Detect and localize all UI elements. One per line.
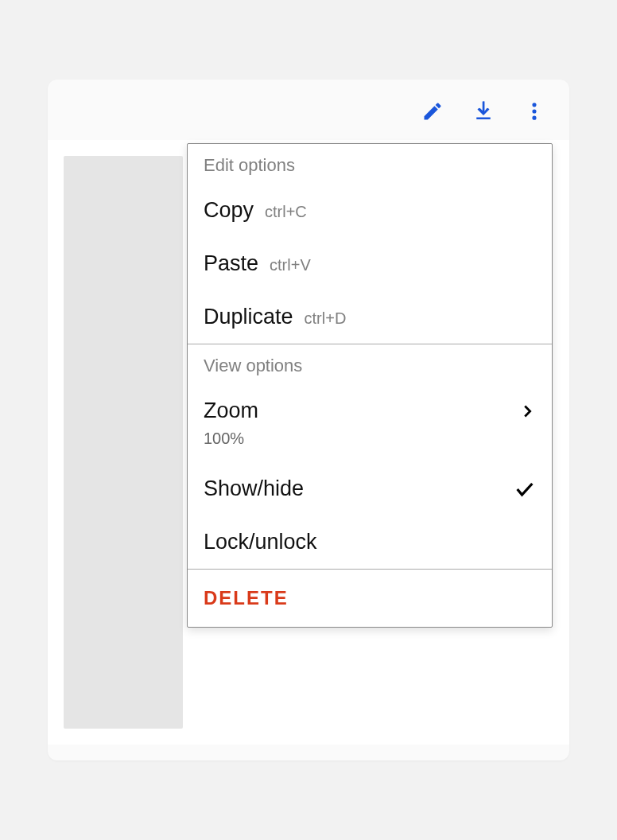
menu-item-duplicate[interactable]: Duplicate ctrl+D xyxy=(188,290,552,344)
menu-section-edit: Edit options Copy ctrl+C Paste ctrl+V Du… xyxy=(188,144,552,344)
svg-point-1 xyxy=(532,109,536,113)
menu-item-label: Duplicate xyxy=(204,305,293,329)
menu-item-label: Zoom xyxy=(204,399,258,423)
menu-item-label: Paste xyxy=(204,251,258,276)
menu-item-label: Copy xyxy=(204,198,254,223)
menu-section-view: View options Zoom 100% Show/hide Lock/un… xyxy=(188,344,552,570)
menu-item-show-hide[interactable]: Show/hide xyxy=(188,462,552,515)
menu-item-shortcut: ctrl+D xyxy=(305,309,347,328)
menu-section-header-view: View options xyxy=(188,344,552,384)
toolbar xyxy=(48,80,569,140)
dropdown-menu: Edit options Copy ctrl+C Paste ctrl+V Du… xyxy=(187,143,553,628)
menu-item-paste[interactable]: Paste ctrl+V xyxy=(188,237,552,290)
more-vert-icon[interactable] xyxy=(522,99,547,124)
check-icon xyxy=(514,478,536,500)
menu-item-label: Lock/unlock xyxy=(204,530,317,554)
menu-item-shortcut: ctrl+V xyxy=(270,256,311,274)
chevron-right-icon xyxy=(518,402,536,420)
menu-item-sublabel: 100% xyxy=(204,430,536,448)
menu-item-label: Show/hide xyxy=(204,476,304,501)
menu-section-delete: DELETE xyxy=(188,570,552,627)
menu-item-shortcut: ctrl+C xyxy=(265,203,307,221)
menu-section-header-edit: Edit options xyxy=(188,144,552,184)
placeholder-block xyxy=(64,156,183,729)
menu-item-zoom[interactable]: Zoom 100% xyxy=(188,384,552,462)
download-icon[interactable] xyxy=(471,99,496,124)
menu-item-lock-unlock[interactable]: Lock/unlock xyxy=(188,515,552,569)
delete-button[interactable]: DELETE xyxy=(204,587,289,609)
menu-item-copy[interactable]: Copy ctrl+C xyxy=(188,184,552,237)
svg-point-2 xyxy=(532,116,536,120)
pencil-icon[interactable] xyxy=(420,99,445,124)
svg-point-0 xyxy=(532,103,536,107)
